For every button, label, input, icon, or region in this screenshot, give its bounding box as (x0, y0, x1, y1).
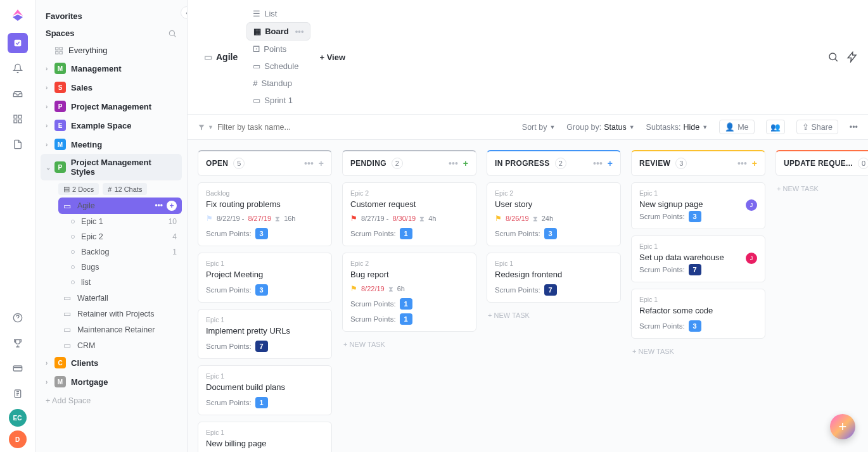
sidebar-space[interactable]: ›PProject Management (41, 97, 182, 116)
more-icon[interactable]: ••• (593, 158, 603, 168)
breadcrumb-title[interactable]: ▭ Agile (198, 48, 244, 66)
sort-by-dropdown[interactable]: Sort by▼ (522, 123, 556, 132)
search-icon[interactable] (827, 51, 839, 63)
sidebar-list-item[interactable]: Epic 110 (58, 214, 182, 229)
task-card[interactable]: Epic 1Implement pretty URLsScrum Points:… (198, 309, 332, 359)
task-card[interactable]: Epic 2User story⚑8/26/19⧗24hScrum Points… (487, 182, 621, 246)
filter-icon[interactable] (198, 123, 205, 131)
card-title: Refactor some code (639, 306, 757, 315)
docs-chip[interactable]: ▤2 Docs (58, 183, 99, 195)
automation-icon[interactable] (846, 51, 858, 63)
more-icon[interactable]: ••• (155, 201, 163, 210)
view-label: Schedule (264, 61, 298, 71)
more-icon[interactable]: ••• (304, 158, 314, 168)
sidebar-space[interactable]: ›MManagement (41, 59, 182, 78)
new-task-button[interactable]: + NEW TASK (487, 309, 621, 322)
sidebar-folder[interactable]: ▭Retainer with Projects (58, 306, 182, 322)
sidebar-list-item[interactable]: Epic 24 (58, 229, 182, 244)
column-title: UPDATE REQUE... (784, 159, 853, 168)
add-task-icon[interactable]: + (752, 158, 757, 168)
folder-icon: ▭ (63, 309, 72, 318)
sidebar-list-item[interactable]: list (58, 275, 182, 290)
add-space-button[interactable]: + Add Space (41, 391, 182, 410)
sidebar-space[interactable]: ›EExample Space (41, 116, 182, 135)
rail-inbox-icon[interactable] (8, 84, 28, 104)
task-card[interactable]: Epic 2Bug report⚑8/22/19⧗6hScrum Points:… (342, 253, 476, 332)
task-card[interactable]: Epic 1Redesign frontendScrum Points:7 (487, 253, 621, 303)
new-task-button[interactable]: + NEW TASK (342, 338, 476, 351)
card-epic: Epic 1 (639, 242, 757, 250)
sidebar: ‹ Favorites Spaces Everything ›MManageme… (35, 0, 188, 452)
sidebar-space[interactable]: ›CClients (41, 353, 182, 372)
task-card[interactable]: Epic 1Document build plansScrum Points:1 (198, 365, 332, 415)
add-task-icon[interactable]: + (463, 158, 468, 168)
sidebar-space[interactable]: ›SSales (41, 78, 182, 97)
spaces-header[interactable]: Spaces (41, 25, 182, 42)
rail-notepad-icon[interactable] (8, 384, 28, 404)
sidebar-folder[interactable]: ▭Maintenance Retainer (58, 322, 182, 337)
workspace-avatar[interactable]: EC (9, 409, 27, 427)
rail-notifications-icon[interactable] (8, 58, 28, 78)
task-card[interactable]: Epic 1Refactor some codeScrum Points:3 (631, 289, 765, 339)
card-title: Project Meeting (206, 270, 324, 279)
chats-chip[interactable]: #12 Chats (103, 183, 147, 195)
assignee-avatar[interactable]: J (746, 199, 757, 211)
subtasks-dropdown[interactable]: Subtasks: Hide▼ (646, 123, 708, 132)
new-task-button[interactable]: + NEW TASK (775, 182, 868, 195)
sidebar-space[interactable]: ⌄PProject Management Styles (41, 154, 182, 180)
new-task-button[interactable]: + NEW TASK (631, 345, 765, 358)
task-card[interactable]: Epic 1Project MeetingScrum Points:3 (198, 253, 332, 303)
more-icon[interactable]: ••• (737, 158, 747, 168)
view-tab-standup[interactable]: #Standup (246, 75, 310, 92)
user-avatar[interactable]: D (9, 430, 27, 448)
card-epic: Epic 1 (639, 296, 757, 303)
task-card[interactable]: Epic 2Customer request⚑8/27/19 -8/30/19⧗… (342, 182, 476, 246)
chevron-down-icon[interactable]: ▼ (208, 124, 214, 130)
board-column: PENDING2•••+Epic 2Customer request⚑8/27/… (342, 150, 476, 442)
view-tab-points[interactable]: ⚀Points (246, 41, 310, 58)
filter-input[interactable] (217, 123, 344, 132)
view-tab-list[interactable]: ☰List (246, 5, 310, 22)
sidebar-folder[interactable]: ▭Waterfall (58, 290, 182, 306)
add-view-button[interactable]: + View (313, 49, 352, 66)
app-logo[interactable] (10, 8, 25, 23)
more-options-button[interactable]: ••• (850, 123, 858, 132)
priority-flag-icon: ⚑ (350, 284, 357, 293)
sidebar-space[interactable]: ›MMortgage (41, 372, 182, 391)
add-task-icon[interactable]: + (319, 158, 324, 168)
favorites-header[interactable]: Favorites (41, 8, 182, 25)
sidebar-space[interactable]: ›MMeeting (41, 135, 182, 154)
sidebar-everything[interactable]: Everything (41, 42, 182, 59)
plus-circle-icon[interactable]: + (167, 201, 177, 211)
assignee-avatar[interactable]: J (746, 253, 757, 264)
rail-docs-icon[interactable] (8, 134, 28, 154)
sidebar-folder[interactable]: ▭CRM (58, 337, 182, 353)
task-card[interactable]: BacklogFix routing problems⚑8/22/19 -8/2… (198, 182, 332, 246)
assignee-filter-button[interactable]: 👥 (766, 120, 785, 134)
me-filter-button[interactable]: 👤Me (719, 120, 754, 134)
task-card[interactable]: Epic 1Set up data warehouseJScrum Points… (631, 235, 765, 282)
sidebar-list-item[interactable]: Backlog1 (58, 244, 182, 260)
rail-billing-icon[interactable] (8, 358, 28, 379)
view-tab-board[interactable]: ▦Board••• (246, 22, 310, 41)
task-card[interactable]: Epic 1New signup pageJScrum Points:3 (631, 182, 765, 229)
view-tab-sprint-1[interactable]: ▭Sprint 1 (246, 92, 310, 109)
view-tab-schedule[interactable]: ▭Schedule (246, 58, 310, 75)
rail-dashboards-icon[interactable] (8, 109, 28, 129)
rail-home-icon[interactable] (8, 33, 28, 53)
sidebar-list-item[interactable]: Bugs (58, 260, 182, 275)
svg-rect-1 (14, 115, 17, 118)
view-icon: ▭ (253, 96, 260, 105)
sidebar-folder-agile[interactable]: ▭ Agile ••• + (58, 198, 182, 214)
group-by-dropdown[interactable]: Group by: Status▼ (566, 123, 634, 132)
share-button[interactable]: ⇪Share (796, 120, 838, 134)
add-task-icon[interactable]: + (608, 158, 613, 168)
rail-help-icon[interactable] (8, 308, 28, 328)
quick-create-fab[interactable]: + (830, 414, 855, 439)
task-card[interactable]: Epic 1New billing page⚑8/16/19 -8/22/19⧗… (198, 422, 332, 452)
more-icon[interactable]: ••• (449, 158, 458, 168)
search-icon[interactable] (168, 29, 177, 38)
rail-trophy-icon[interactable] (8, 333, 28, 353)
points-badge: 1 (255, 397, 268, 408)
more-icon[interactable]: ••• (295, 27, 304, 36)
